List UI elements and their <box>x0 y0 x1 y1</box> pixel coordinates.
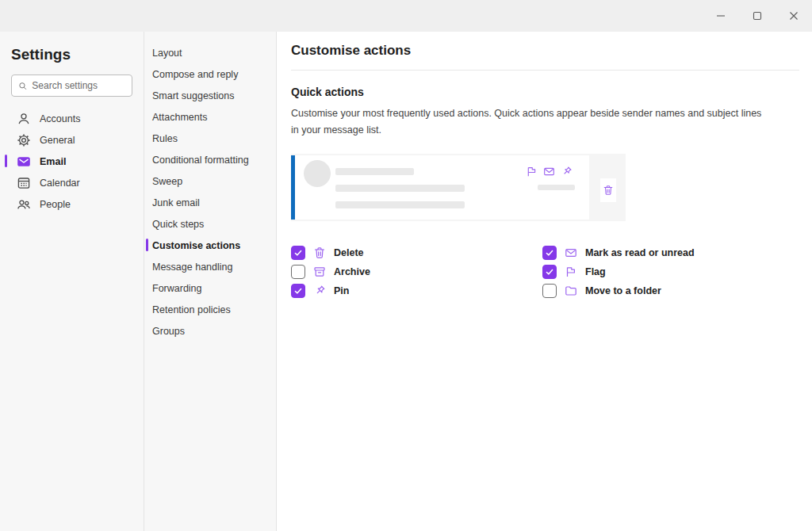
subnav-item-retention-policies[interactable]: Retention policies <box>144 299 276 320</box>
settings-window: Settings Accounts General <box>0 0 812 531</box>
subnav-item-label: Smart suggestions <box>152 90 235 101</box>
subnav-item-layout[interactable]: Layout <box>144 42 276 63</box>
archive-checkbox[interactable] <box>291 265 305 279</box>
flag-checkbox[interactable] <box>542 265 557 279</box>
checkmark-icon <box>293 286 303 296</box>
pin-checkbox[interactable] <box>291 284 305 298</box>
email-settings-subnav: Layout Compose and reply Smart suggestio… <box>144 32 277 531</box>
subnav-item-label: Conditional formatting <box>152 155 249 166</box>
maximize-icon <box>753 11 762 21</box>
subnav-item-label: Message handling <box>152 262 232 273</box>
sidebar-item-people[interactable]: People <box>11 193 132 215</box>
checkmark-icon <box>545 267 554 277</box>
sidebar-item-label: Email <box>40 156 66 167</box>
subnav-item-label: Compose and reply <box>152 69 238 80</box>
subnav-item-groups[interactable]: Groups <box>144 320 276 342</box>
pin-icon <box>561 166 573 178</box>
subnav-item-junk-email[interactable]: Junk email <box>144 192 276 213</box>
action-row-pin: Pin <box>291 284 542 298</box>
action-label: Move to a folder <box>585 285 661 296</box>
selection-indicator <box>146 239 148 251</box>
settings-sidebar: Settings Accounts General <box>0 32 144 531</box>
page-title: Customise actions <box>291 43 799 59</box>
mark-read-checkbox[interactable] <box>542 246 557 260</box>
sidebar-item-accounts[interactable]: Accounts <box>11 108 132 129</box>
search-settings-input[interactable] <box>32 80 125 91</box>
sidebar-item-label: Accounts <box>40 113 80 124</box>
message-preview <box>291 154 626 221</box>
minimize-icon <box>716 11 726 21</box>
people-icon <box>17 197 31 212</box>
checkmark-icon <box>545 248 554 258</box>
subnav-item-message-handling[interactable]: Message handling <box>144 256 276 277</box>
action-label: Mark as read or unread <box>585 247 695 258</box>
sidebar-item-label: People <box>40 199 71 210</box>
folder-icon <box>565 285 577 297</box>
titlebar <box>0 0 812 32</box>
action-row-archive: Archive <box>291 265 542 279</box>
subnav-item-label: Attachments <box>152 112 207 123</box>
preview-delete-chip <box>600 178 616 202</box>
subnav-item-attachments[interactable]: Attachments <box>144 106 276 128</box>
person-icon <box>17 112 31 126</box>
subnav-item-smart-suggestions[interactable]: Smart suggestions <box>144 85 276 106</box>
action-label: Pin <box>334 285 349 296</box>
checkmark-icon <box>293 248 303 258</box>
search-icon <box>18 81 27 91</box>
quick-actions-heading: Quick actions <box>291 86 799 98</box>
flag-icon <box>565 266 577 278</box>
quick-action-icons <box>526 166 573 178</box>
move-to-folder-checkbox[interactable] <box>542 284 557 298</box>
mail-read-icon <box>565 246 577 259</box>
close-button[interactable] <box>776 0 812 32</box>
subnav-item-quick-steps[interactable]: Quick steps <box>144 213 276 235</box>
subnav-item-label: Rules <box>152 133 178 144</box>
close-icon <box>789 11 799 21</box>
subnav-item-label: Layout <box>152 48 182 59</box>
action-row-mark-read: Mark as read or unread <box>542 246 799 260</box>
quick-actions-options: Delete Mark as read or unread Archive <box>291 243 799 300</box>
calendar-icon <box>17 176 31 190</box>
action-row-flag: Flag <box>542 265 799 279</box>
skeleton-subject-bar <box>335 185 465 192</box>
sidebar-item-calendar[interactable]: Calendar <box>11 172 132 193</box>
sidebar-item-email[interactable]: Email <box>11 151 132 172</box>
archive-icon <box>313 266 326 278</box>
subnav-item-rules[interactable]: Rules <box>144 128 276 149</box>
delete-checkbox[interactable] <box>291 246 305 260</box>
avatar <box>304 160 331 187</box>
trash-icon <box>313 246 326 259</box>
subnav-item-label: Retention policies <box>152 304 231 315</box>
trash-icon <box>603 185 614 196</box>
settings-heading: Settings <box>11 46 132 63</box>
subnav-item-label: Forwarding <box>152 283 202 294</box>
subnav-item-label: Quick steps <box>152 219 204 230</box>
settings-category-list: Accounts General Email Calendar <box>11 108 132 215</box>
maximize-button[interactable] <box>739 0 776 32</box>
subnav-item-forwarding[interactable]: Forwarding <box>144 277 276 299</box>
skeleton-sender-bar <box>335 168 414 175</box>
sidebar-item-general[interactable]: General <box>11 129 132 151</box>
flag-icon <box>526 166 538 178</box>
message-preview-card <box>291 155 589 220</box>
sidebar-item-label: Calendar <box>40 178 80 189</box>
subnav-item-label: Groups <box>152 326 185 337</box>
pin-icon <box>313 285 326 297</box>
mail-icon <box>17 155 31 169</box>
customise-actions-pane: Customise actions Quick actions Customis… <box>277 32 812 531</box>
action-label: Delete <box>334 247 364 258</box>
search-settings-box[interactable] <box>11 74 132 97</box>
subnav-item-label: Customise actions <box>152 240 240 251</box>
subnav-item-conditional-formatting[interactable]: Conditional formatting <box>144 149 276 170</box>
action-label: Archive <box>334 266 370 277</box>
action-label: Flag <box>585 266 606 277</box>
mail-read-icon <box>543 166 555 178</box>
minimize-button[interactable] <box>703 0 739 32</box>
gear-icon <box>17 133 31 147</box>
subnav-item-compose-and-reply[interactable]: Compose and reply <box>144 63 276 85</box>
subnav-item-customise-actions[interactable]: Customise actions <box>144 235 276 256</box>
subnav-item-label: Junk email <box>152 197 200 208</box>
subnav-item-label: Sweep <box>152 176 182 187</box>
subnav-item-sweep[interactable]: Sweep <box>144 170 276 192</box>
skeleton-body-bar <box>335 201 465 208</box>
